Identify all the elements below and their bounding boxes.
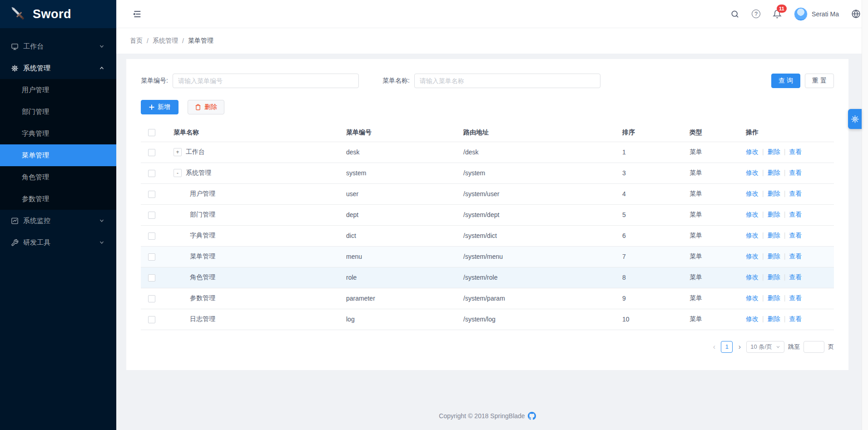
delete-link[interactable]: 删除 <box>768 315 780 322</box>
user-menu[interactable]: Serati Ma <box>794 7 839 21</box>
search-icon[interactable] <box>730 10 739 19</box>
table-row: 角色管理 role /system/role 8 菜单 修改|删除|查看 <box>141 267 834 288</box>
edit-link[interactable]: 修改 <box>746 148 759 155</box>
menu-route: /system/param <box>456 288 615 309</box>
sidebar-item-label: 工作台 <box>23 42 99 51</box>
breadcrumb-home[interactable]: 首页 <box>130 37 143 45</box>
menu-code: system <box>339 163 456 183</box>
sidebar-subitem-param[interactable]: 参数管理 <box>0 188 116 210</box>
menu-name-label: 菜单名称: <box>382 77 410 85</box>
sidebar-item-label: 系统监控 <box>23 217 99 225</box>
delete-link[interactable]: 删除 <box>768 169 780 176</box>
row-expander[interactable]: + <box>174 148 182 156</box>
breadcrumb-separator: / <box>147 37 149 44</box>
row-checkbox[interactable] <box>148 212 155 219</box>
sidebar-subitem-menu[interactable]: 菜单管理 <box>0 144 116 166</box>
prev-page-button[interactable]: ‹ <box>711 343 717 351</box>
edit-link[interactable]: 修改 <box>746 232 759 239</box>
topbar: ? 11 Serati Ma <box>116 0 868 28</box>
row-checkbox[interactable] <box>148 316 155 323</box>
menu-code-input[interactable] <box>173 74 359 88</box>
menu-route: /desk <box>456 142 615 163</box>
reset-button[interactable]: 重 置 <box>805 74 834 88</box>
table-row: 参数管理 parameter /system/param 9 菜单 修改|删除|… <box>141 288 834 309</box>
table-row: 用户管理 user /system/user 4 菜单 修改|删除|查看 <box>141 183 834 204</box>
view-link[interactable]: 查看 <box>789 232 802 239</box>
table-row: 部门管理 dept /system/dept 5 菜单 修改|删除|查看 <box>141 204 834 225</box>
menu-name: 参数管理 <box>166 288 339 309</box>
row-checkbox[interactable] <box>148 253 155 261</box>
edit-link[interactable]: 修改 <box>746 273 759 281</box>
settings-button[interactable] <box>848 109 862 129</box>
delete-link[interactable]: 删除 <box>768 211 780 218</box>
row-checkbox[interactable] <box>148 191 155 198</box>
row-checkbox[interactable] <box>148 295 155 302</box>
menu-fold-icon[interactable] <box>132 9 142 19</box>
page-size-select[interactable]: 10 条/页 <box>746 341 784 353</box>
breadcrumb: 首页 / 系统管理 / 菜单管理 <box>116 28 868 54</box>
edit-link[interactable]: 修改 <box>746 252 759 260</box>
menu-sort: 5 <box>615 204 682 225</box>
view-link[interactable]: 查看 <box>789 169 802 176</box>
sidebar-subitem-dict[interactable]: 字典管理 <box>0 123 116 144</box>
next-page-button[interactable]: › <box>736 343 743 351</box>
row-checkbox[interactable] <box>148 149 155 156</box>
row-checkbox[interactable] <box>148 232 155 240</box>
logo[interactable]: Sword <box>0 0 116 28</box>
edit-link[interactable]: 修改 <box>746 315 759 322</box>
scrollbar-track[interactable] <box>862 0 868 430</box>
row-checkbox[interactable] <box>148 170 155 177</box>
select-all-checkbox[interactable] <box>148 129 155 136</box>
view-link[interactable]: 查看 <box>789 211 802 218</box>
delete-link[interactable]: 删除 <box>768 273 780 281</box>
edit-link[interactable]: 修改 <box>746 169 759 176</box>
breadcrumb-system[interactable]: 系统管理 <box>153 37 178 45</box>
delete-link[interactable]: 删除 <box>768 252 780 260</box>
page-number[interactable]: 1 <box>721 341 733 353</box>
github-icon[interactable] <box>528 412 536 420</box>
app-title: Sword <box>33 7 71 21</box>
sidebar-subitem-dept[interactable]: 部门管理 <box>0 101 116 123</box>
sidebar-subitem-user[interactable]: 用户管理 <box>0 79 116 101</box>
delete-link[interactable]: 删除 <box>768 190 780 197</box>
menu-code: parameter <box>339 288 456 309</box>
view-link[interactable]: 查看 <box>789 273 802 281</box>
search-button[interactable]: 查 询 <box>771 74 800 88</box>
sidebar-item-devtools[interactable]: 研发工具 <box>0 232 116 253</box>
edit-link[interactable]: 修改 <box>746 294 759 301</box>
jump-page-input[interactable] <box>804 341 824 353</box>
view-link[interactable]: 查看 <box>789 252 802 260</box>
help-icon[interactable]: ? <box>752 10 760 18</box>
view-link[interactable]: 查看 <box>789 190 802 197</box>
view-link[interactable]: 查看 <box>789 148 802 155</box>
edit-link[interactable]: 修改 <box>746 211 759 218</box>
menu-sort: 6 <box>615 225 682 246</box>
menu-name-input[interactable] <box>414 74 600 88</box>
add-button[interactable]: 新增 <box>141 100 179 114</box>
delete-link[interactable]: 删除 <box>768 294 780 301</box>
chevron-up-icon <box>99 65 104 71</box>
sidebar-item-system[interactable]: 系统管理 <box>0 57 116 79</box>
menu-name: 日志管理 <box>166 309 339 330</box>
delete-button[interactable]: 删除 <box>188 100 224 114</box>
monitor-icon <box>11 43 19 50</box>
menu-route: /system <box>456 163 615 183</box>
delete-link[interactable]: 删除 <box>768 148 780 155</box>
globe-icon[interactable] <box>851 9 861 19</box>
sidebar-item-monitor[interactable]: 系统监控 <box>0 210 116 232</box>
row-expander[interactable]: - <box>174 169 182 177</box>
delete-link[interactable]: 删除 <box>768 232 780 239</box>
edit-link[interactable]: 修改 <box>746 190 759 197</box>
wrench-icon <box>11 239 19 247</box>
col-header-route: 路由地址 <box>456 124 615 142</box>
view-link[interactable]: 查看 <box>789 315 802 322</box>
bell-icon[interactable]: 11 <box>773 10 782 19</box>
chevron-down-icon <box>99 240 104 245</box>
row-checkbox[interactable] <box>148 274 155 282</box>
sidebar-subitem-role[interactable]: 角色管理 <box>0 166 116 188</box>
sidebar-item-workbench[interactable]: 工作台 <box>0 35 116 57</box>
view-link[interactable]: 查看 <box>789 294 802 301</box>
menu-name: 系统管理 <box>186 169 211 177</box>
chevron-down-icon <box>99 218 104 223</box>
footer: Copyright © 2018 SpringBlade <box>126 370 848 420</box>
